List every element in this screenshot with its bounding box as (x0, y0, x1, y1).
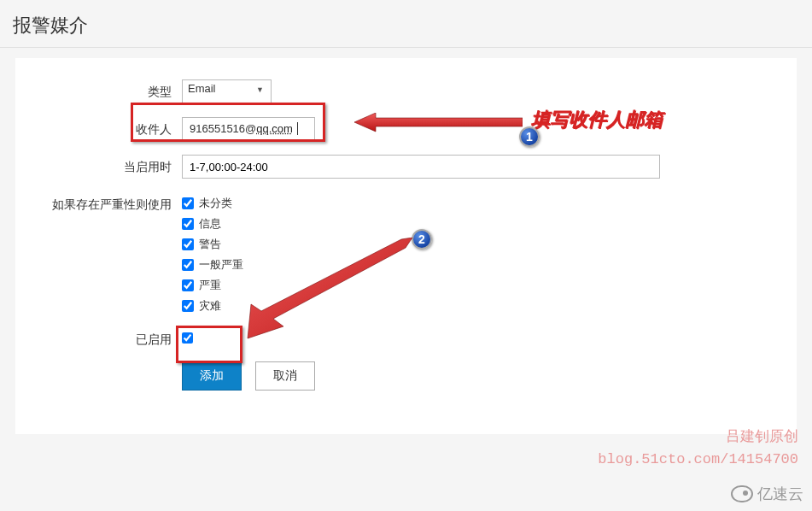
enabled-label: 已启用 (41, 327, 182, 348)
watermark-line2: blog.51cto.com/14154700 (598, 449, 798, 471)
recipient-input[interactable]: 916551516@qq.com (182, 117, 315, 141)
brand-text: 亿速云 (757, 484, 803, 504)
recipient-domain: qq.com (256, 122, 293, 135)
severity-label: 如果存在严重性则使用 (41, 192, 182, 213)
checkbox-average[interactable] (182, 259, 194, 271)
severity-option[interactable]: 一般严重 (182, 257, 243, 273)
severity-option[interactable]: 信息 (182, 216, 243, 232)
watermark-line1: 吕建钊原创 (598, 426, 798, 449)
page-title: 报警媒介 (0, 0, 812, 48)
row-enabled: 已启用 (41, 327, 771, 348)
type-label: 类型 (41, 79, 182, 100)
type-select[interactable]: Email (182, 79, 272, 103)
badge-2: 2 (412, 229, 432, 250)
severity-option[interactable]: 灾难 (182, 298, 243, 314)
row-severity: 如果存在严重性则使用 未分类 信息 警告 一般严重 严重 灾难 (41, 192, 771, 314)
severity-option[interactable]: 未分类 (182, 196, 243, 211)
checkbox-unclassified[interactable] (182, 197, 194, 209)
row-schedule: 当启用时 (41, 155, 771, 179)
badge-1: 1 (519, 126, 540, 147)
checkbox-info[interactable] (182, 218, 194, 230)
author-watermark: 吕建钊原创 blog.51cto.com/14154700 (598, 426, 798, 470)
recipient-label: 收件人 (41, 117, 182, 138)
schedule-input[interactable] (182, 155, 660, 179)
checkbox-high[interactable] (182, 279, 194, 291)
severity-checkbox-list: 未分类 信息 警告 一般严重 严重 灾难 (182, 192, 243, 314)
severity-option[interactable]: 严重 (182, 278, 243, 293)
add-button[interactable]: 添加 (182, 361, 242, 391)
checkbox-disaster[interactable] (182, 300, 194, 312)
annotation-recipient-hint: 填写收件人邮箱 (531, 107, 663, 132)
row-actions: 添加 取消 (41, 361, 771, 391)
media-form: 类型 Email 收件人 916551516@qq.com 当启用时 如果存在严… (15, 58, 797, 434)
severity-option[interactable]: 警告 (182, 237, 243, 252)
row-type: 类型 Email (41, 79, 771, 103)
schedule-label: 当启用时 (41, 155, 182, 175)
cloud-icon (731, 485, 753, 502)
recipient-prefix: 916551516@ (190, 122, 256, 135)
type-value: Email (188, 82, 216, 95)
brand-watermark: 亿速云 (731, 484, 803, 504)
cancel-button[interactable]: 取消 (255, 361, 315, 391)
checkbox-warning[interactable] (182, 238, 194, 250)
enabled-checkbox[interactable] (182, 332, 193, 344)
